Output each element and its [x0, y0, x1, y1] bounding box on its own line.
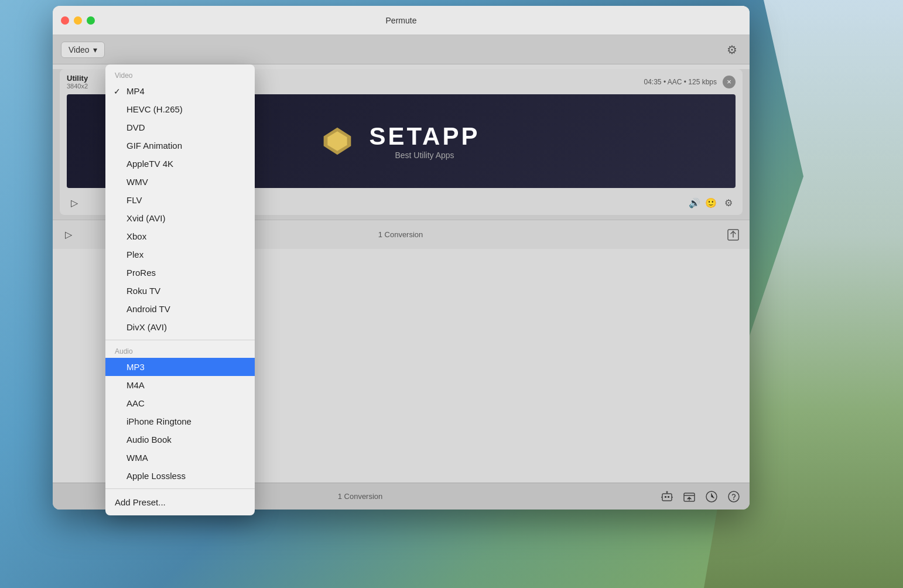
- menu-item-label-plex: Plex: [126, 249, 143, 259]
- export-folder-button[interactable]: [682, 489, 697, 504]
- video-footer-right: 🔊 🙂 ⚙: [689, 196, 736, 210]
- menu-item-label-xbox: Xbox: [126, 231, 146, 241]
- video-title: Utility: [67, 74, 88, 83]
- menu-item-label-rokutv: Roku TV: [126, 286, 160, 296]
- menu-item-label-hevc: HEVC (H.265): [126, 104, 183, 114]
- format-dropdown-menu: Video ✓ MP4 HEVC (H.265) DVD GIF Animati…: [105, 64, 255, 515]
- menu-item-mp4[interactable]: ✓ MP4: [105, 82, 255, 100]
- help-icon: [727, 490, 740, 503]
- menu-item-label-wmv: WMV: [126, 177, 148, 187]
- video-dimensions: 3840x2: [67, 83, 88, 90]
- video-section-header: Video: [105, 68, 255, 82]
- menu-item-label-aac: AAC: [126, 398, 145, 408]
- menu-item-xbox[interactable]: Xbox: [105, 227, 255, 245]
- setapp-logo-icon: [323, 127, 352, 156]
- menu-item-wma[interactable]: WMA: [105, 449, 255, 467]
- menu-item-dvd[interactable]: DVD: [105, 118, 255, 136]
- svg-point-9: [728, 491, 739, 502]
- export-icon: [727, 228, 740, 241]
- robot-icon-button[interactable]: [659, 489, 675, 504]
- menu-item-plex[interactable]: Plex: [105, 245, 255, 264]
- face-icon: 🙂: [705, 197, 717, 208]
- maximize-window-button[interactable]: [87, 16, 95, 25]
- remove-video-button[interactable]: ×: [723, 76, 736, 88]
- menu-item-label-flv: FLV: [126, 195, 142, 205]
- svg-rect-4: [665, 496, 666, 498]
- video-meta: 04:35 • AAC • 125 kbps: [644, 78, 717, 86]
- checkmark-mp4: ✓: [114, 87, 121, 96]
- svg-rect-3: [662, 494, 672, 501]
- video-settings-button[interactable]: ⚙: [721, 196, 736, 210]
- menu-item-label-audio-book: Audio Book: [126, 435, 172, 445]
- menu-item-prores[interactable]: ProRes: [105, 264, 255, 282]
- setapp-text: SETAPP Best Utility Apps: [370, 122, 480, 160]
- close-icon: ×: [727, 77, 731, 86]
- play-all-button[interactable]: ▷: [61, 227, 76, 242]
- add-preset-label: Add Preset...: [115, 497, 166, 507]
- audio-section-header: Audio: [105, 344, 255, 358]
- settings-button[interactable]: ⚙: [723, 40, 741, 59]
- menu-item-label-apple-lossless: Apple Lossless: [126, 471, 186, 481]
- close-window-button[interactable]: [61, 16, 69, 25]
- menu-item-audio-book[interactable]: Audio Book: [105, 430, 255, 449]
- menu-item-flv[interactable]: FLV: [105, 191, 255, 209]
- export-folder-icon: [683, 490, 696, 503]
- menu-item-wmv[interactable]: WMV: [105, 173, 255, 191]
- add-preset-button[interactable]: Add Preset...: [105, 493, 255, 512]
- setapp-title: SETAPP: [370, 122, 480, 151]
- menu-item-apple-lossless[interactable]: Apple Lossless: [105, 467, 255, 485]
- menu-item-label-gif: GIF Animation: [126, 141, 182, 151]
- toolbar: Video ▾ ⚙: [53, 35, 750, 64]
- menu-separator-1: [105, 340, 255, 340]
- menu-item-label-prores: ProRes: [126, 268, 156, 278]
- setapp-subtitle: Best Utility Apps: [370, 151, 480, 160]
- gear-icon: ⚙: [727, 43, 737, 57]
- menu-item-label-xvid: Xvid (AVI): [126, 213, 165, 223]
- format-label: Video: [69, 45, 90, 54]
- menu-item-rokutv[interactable]: Roku TV: [105, 282, 255, 300]
- menu-item-label-mp3: MP3: [126, 362, 145, 372]
- robot-icon: [661, 490, 673, 503]
- menu-separator-2: [105, 488, 255, 489]
- play-button[interactable]: ▷: [67, 195, 82, 210]
- video-info: Utility 3840x2: [67, 74, 88, 90]
- menu-item-label-androidtv: Android TV: [126, 304, 170, 314]
- svg-rect-5: [668, 496, 669, 498]
- window-controls: [61, 16, 95, 25]
- menu-item-m4a[interactable]: M4A: [105, 376, 255, 394]
- menu-item-label-divx: DivX (AVI): [126, 322, 167, 332]
- clock-icon: [705, 490, 718, 503]
- help-button[interactable]: [726, 489, 741, 504]
- menu-item-hevc[interactable]: HEVC (H.265): [105, 100, 255, 118]
- dropdown-arrow: ▾: [93, 45, 97, 54]
- menu-item-label-iphone-ringtone: iPhone Ringtone: [126, 416, 191, 426]
- format-selector-button[interactable]: Video ▾: [61, 42, 105, 58]
- menu-item-iphone-ringtone[interactable]: iPhone Ringtone: [105, 412, 255, 430]
- menu-item-xvid[interactable]: Xvid (AVI): [105, 209, 255, 227]
- menu-item-label-m4a: M4A: [126, 380, 145, 390]
- menu-item-mp3[interactable]: MP3: [105, 358, 255, 376]
- svg-point-6: [666, 491, 668, 493]
- menu-item-label-dvd: DVD: [126, 122, 145, 132]
- export-button[interactable]: [725, 227, 741, 243]
- menu-item-label-appletv: AppleTV 4K: [126, 159, 173, 169]
- menu-item-androidtv[interactable]: Android TV: [105, 300, 255, 318]
- bottom-icons: [659, 489, 741, 504]
- menu-item-appletv[interactable]: AppleTV 4K: [105, 155, 255, 173]
- menu-item-label-mp4: MP4: [126, 86, 145, 96]
- minimize-window-button[interactable]: [74, 16, 82, 25]
- volume-icon: 🔊: [689, 197, 700, 208]
- title-bar: Permute: [53, 6, 750, 35]
- app-title: Permute: [386, 16, 417, 25]
- menu-item-aac[interactable]: AAC: [105, 394, 255, 412]
- clock-button[interactable]: [704, 489, 719, 504]
- svg-point-10: [733, 498, 734, 500]
- menu-item-gif[interactable]: GIF Animation: [105, 136, 255, 155]
- menu-item-label-wma: WMA: [126, 453, 148, 463]
- menu-item-divx[interactable]: DivX (AVI): [105, 318, 255, 336]
